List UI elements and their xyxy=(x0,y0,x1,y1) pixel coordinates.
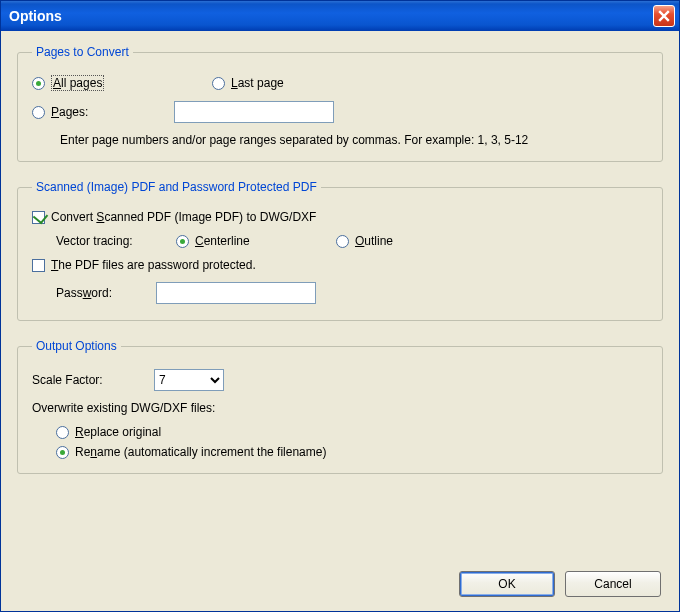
close-button[interactable] xyxy=(653,5,675,27)
options-dialog: Options Pages to Convert All pages Last … xyxy=(0,0,680,612)
radio-icon xyxy=(32,106,45,119)
cancel-button[interactable]: Cancel xyxy=(565,571,661,597)
radio-icon xyxy=(32,77,45,90)
checkbox-icon xyxy=(32,211,45,224)
radio-replace-label: Replace original xyxy=(75,425,161,439)
password-label: Password: xyxy=(56,286,146,300)
radio-replace-original[interactable]: Replace original xyxy=(56,425,161,439)
scanned-legend: Scanned (Image) PDF and Password Protect… xyxy=(32,180,321,194)
scale-factor-label: Scale Factor: xyxy=(32,373,144,387)
radio-rename[interactable]: Rename (automatically increment the file… xyxy=(56,445,326,459)
radio-all-pages-label: All pages xyxy=(51,75,104,91)
radio-last-page-label: Last page xyxy=(231,76,284,90)
pages-input[interactable] xyxy=(174,101,334,123)
radio-outline-label: Outline xyxy=(355,234,393,248)
radio-icon xyxy=(56,426,69,439)
ok-button[interactable]: OK xyxy=(459,571,555,597)
password-input[interactable] xyxy=(156,282,316,304)
radio-centerline-label: Centerline xyxy=(195,234,250,248)
radio-pages-label: Pages: xyxy=(51,105,88,119)
output-legend: Output Options xyxy=(32,339,121,353)
dialog-buttons: OK Cancel xyxy=(459,571,661,597)
checkbox-icon xyxy=(32,259,45,272)
overwrite-label: Overwrite existing DWG/DXF files: xyxy=(32,401,215,415)
output-options-group: Output Options Scale Factor: 7 Overwrite… xyxy=(17,339,663,474)
checkbox-convert-scanned-label: Convert Scanned PDF (Image PDF) to DWG/D… xyxy=(51,210,316,224)
radio-pages[interactable]: Pages: xyxy=(32,105,144,119)
radio-icon xyxy=(176,235,189,248)
window-title: Options xyxy=(9,8,653,24)
radio-icon xyxy=(212,77,225,90)
radio-all-pages[interactable]: All pages xyxy=(32,75,182,91)
checkbox-convert-scanned[interactable]: Convert Scanned PDF (Image PDF) to DWG/D… xyxy=(32,210,316,224)
radio-centerline[interactable]: Centerline xyxy=(176,234,306,248)
pages-to-convert-group: Pages to Convert All pages Last page Pag… xyxy=(17,45,663,162)
radio-icon xyxy=(56,446,69,459)
checkbox-password-protected-label: The PDF files are password protected. xyxy=(51,258,256,272)
checkbox-password-protected[interactable]: The PDF files are password protected. xyxy=(32,258,256,272)
radio-icon xyxy=(336,235,349,248)
vector-tracing-label: Vector tracing: xyxy=(56,234,166,248)
radio-rename-label: Rename (automatically increment the file… xyxy=(75,445,326,459)
scale-factor-select[interactable]: 7 xyxy=(154,369,224,391)
radio-last-page[interactable]: Last page xyxy=(212,76,284,90)
radio-outline[interactable]: Outline xyxy=(336,234,393,248)
close-icon xyxy=(658,10,670,22)
pages-legend: Pages to Convert xyxy=(32,45,133,59)
scanned-pdf-group: Scanned (Image) PDF and Password Protect… xyxy=(17,180,663,321)
titlebar: Options xyxy=(1,1,679,31)
content-area: Pages to Convert All pages Last page Pag… xyxy=(1,31,679,490)
pages-hint: Enter page numbers and/or page ranges se… xyxy=(60,133,648,147)
